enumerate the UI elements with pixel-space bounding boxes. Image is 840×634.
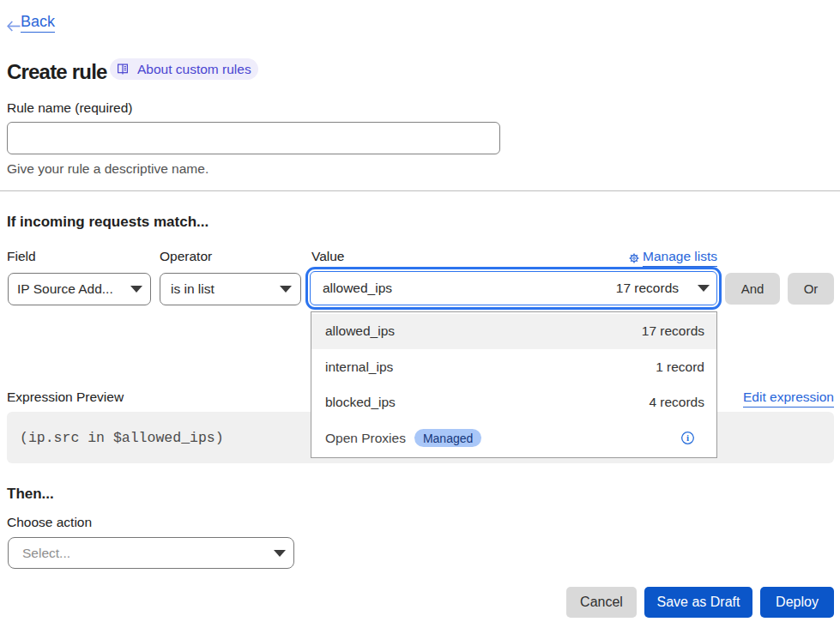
- svg-text:i: i: [686, 433, 689, 444]
